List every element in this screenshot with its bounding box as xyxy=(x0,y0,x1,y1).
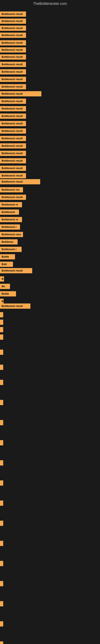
bottleneck-bar: Bottleneck resu xyxy=(0,232,23,237)
bottleneck-bar: Bottleneck result xyxy=(0,84,26,89)
bottleneck-bar: Bottleneck result xyxy=(0,91,41,96)
bottleneck-bar: Bottleneck result xyxy=(0,194,26,200)
bottleneck-bar: Bottleneck result xyxy=(0,47,26,52)
bottleneck-bar: Bottleneck result xyxy=(0,136,26,141)
bottleneck-bar xyxy=(0,327,3,332)
bottleneck-bar xyxy=(0,500,3,506)
bottleneck-bar: Bottleneck result xyxy=(0,121,26,126)
bottleneck-bar xyxy=(0,365,3,370)
bottleneck-bar: Bottleneck result xyxy=(0,114,26,119)
bottleneck-bar: Bottleneck result xyxy=(0,106,26,111)
bottleneck-bar xyxy=(0,334,3,340)
bottleneck-bar: Bottleneck result xyxy=(0,12,26,17)
bottleneck-bar xyxy=(0,521,3,526)
bottleneck-bar: Bottleneck result xyxy=(0,18,26,24)
site-title: TheBottlenecker.com xyxy=(0,0,100,8)
bottleneck-bar xyxy=(0,561,3,566)
bottleneck-bar: Bottleneck re xyxy=(0,217,22,222)
bottleneck-bar xyxy=(0,621,3,626)
bottleneck-bar: Bottleneck r xyxy=(0,247,22,252)
bottleneck-bar xyxy=(0,581,3,586)
bottleneck-bar: Bottleneck result xyxy=(0,128,26,134)
bottleneck-bar: B xyxy=(0,276,4,282)
bottleneck-bar: Bottleneck result xyxy=(0,54,26,60)
bottleneck-bar: Bottleneck result xyxy=(0,158,26,164)
bottleneck-bar: Bott xyxy=(0,262,13,267)
bottleneck-bar xyxy=(0,420,3,425)
bottleneck-bar xyxy=(0,312,3,317)
bottleneck-bar: Bottleneck result xyxy=(0,40,26,46)
bottleneck-bar: Bottleneck result xyxy=(0,304,30,309)
bottleneck-bar: Bottleneck result xyxy=(0,98,26,104)
bottleneck-bar xyxy=(0,400,3,405)
bottleneck-bar xyxy=(0,541,3,546)
bottleneck-bar xyxy=(0,350,3,355)
bottleneck-bar: Bottleneck r xyxy=(0,224,20,230)
bottleneck-bar: Bottleneck re xyxy=(0,202,22,207)
bottleneck-bar xyxy=(0,460,3,466)
bottleneck-bar: Bottleneck result xyxy=(0,62,26,67)
bottleneck-bar: Bottleneck result xyxy=(0,179,40,184)
bottleneck-bar xyxy=(0,601,3,606)
bottleneck-bar: Bottleneck result xyxy=(0,166,26,171)
bottleneck-bar: Bottleneck result xyxy=(0,26,26,31)
bottleneck-bar: Bottlenec xyxy=(0,239,18,244)
bottleneck-bar: B xyxy=(0,299,3,304)
bottleneck-bar: Bottleneck result xyxy=(0,77,26,82)
bottleneck-bar xyxy=(0,440,3,445)
bottleneck-bar xyxy=(0,380,3,385)
bottleneck-bar xyxy=(0,642,3,644)
bottleneck-bar: Bottleneck result xyxy=(0,32,26,38)
bottleneck-bar: Bottleneck result xyxy=(0,173,26,178)
bottleneck-bar: Bo xyxy=(0,284,10,289)
bottleneck-bar xyxy=(0,480,3,486)
bottleneck-bar xyxy=(0,320,3,325)
bottleneck-bar: Bottleneck result xyxy=(0,151,26,156)
bottleneck-bar: Bottleneck res xyxy=(0,187,23,192)
bottleneck-bar: Bottle xyxy=(0,291,16,296)
bottleneck-bar: Bottleneck result xyxy=(0,143,26,148)
bottleneck-bar: Bottleneck result xyxy=(0,268,32,273)
bottleneck-bar: Bottleneck xyxy=(0,210,19,215)
bottleneck-bar: Bottleneck result xyxy=(0,69,26,74)
bottleneck-bar: Bottle xyxy=(0,254,15,260)
